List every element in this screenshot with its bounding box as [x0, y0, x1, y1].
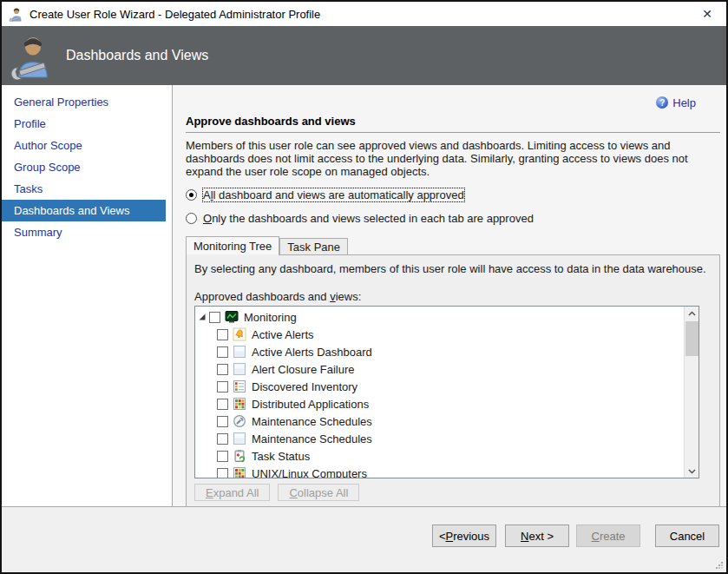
- wizard-page: ? Help Approve dashboards and views Memb…: [173, 85, 726, 506]
- tree-item-task-status[interactable]: Task Status: [195, 447, 684, 465]
- radio-all-approved[interactable]: [186, 189, 197, 201]
- monitoring-icon: [225, 310, 239, 324]
- section-heading: Approve dashboards and views: [186, 115, 720, 128]
- panel-description: By selecting any dashboard, members of t…: [194, 262, 712, 275]
- tree-item-distributed-applications[interactable]: Distributed Applications: [195, 395, 684, 412]
- tree-item-maintenance-schedules[interactable]: Maintenance Schedules: [195, 412, 684, 430]
- section-description: Members of this user role can see approv…: [186, 139, 720, 178]
- nav-item-author-scope[interactable]: Author Scope: [2, 135, 166, 156]
- create-button[interactable]: Create: [576, 525, 640, 547]
- resize-grip[interactable]: [715, 561, 724, 570]
- tree-item-monitoring[interactable]: Monitoring: [195, 308, 684, 326]
- help-link[interactable]: ? Help: [186, 96, 696, 109]
- nav-item-dashboards-and-views[interactable]: Dashboards and Views: [2, 200, 166, 221]
- distributed-apps-icon: [233, 466, 246, 478]
- tree-item-active-alerts-dashboard[interactable]: Active Alerts Dashboard: [195, 343, 684, 360]
- expander-icon[interactable]: [198, 313, 207, 322]
- monitoring-tree-panel: By selecting any dashboard, members of t…: [186, 254, 720, 508]
- tab-strip: Monitoring Tree Task Pane: [186, 236, 720, 254]
- tree-checkbox[interactable]: [217, 329, 228, 340]
- alert-bell-icon: [233, 327, 246, 341]
- wizard-dialog: Create User Role Wizard - Delegated Admi…: [0, 0, 728, 574]
- page-title: Dashboards and Views: [66, 48, 208, 63]
- dashboard-icon: [233, 345, 246, 359]
- wizard-nav: General Properties Profile Author Scope …: [2, 85, 173, 506]
- cancel-button[interactable]: Cancel: [655, 525, 719, 547]
- help-label: Help: [672, 96, 696, 109]
- tree-scrollbar[interactable]: [684, 307, 698, 478]
- tree-item-alert-closure-failure[interactable]: Alert Closure Failure: [195, 360, 684, 378]
- window-title: Create User Role Wizard - Delegated Admi…: [30, 8, 695, 21]
- tree-checkbox[interactable]: [217, 416, 228, 427]
- tree-checkbox[interactable]: [217, 381, 228, 393]
- tree-checkbox[interactable]: [209, 312, 220, 323]
- tree-item-maintenance-schedules-2[interactable]: Maintenance Schedules: [195, 430, 684, 447]
- tree-buttons: Expand All Collapse All: [194, 484, 712, 501]
- nav-item-profile[interactable]: Profile: [2, 113, 166, 135]
- dashboard-icon: [233, 432, 246, 445]
- radio-row-selected-tabs: Only the dashboards and views selected i…: [186, 212, 720, 225]
- nav-item-summary[interactable]: Summary: [2, 221, 166, 243]
- maintenance-icon: [233, 414, 246, 428]
- radio-all-approved-label[interactable]: All dashboard and views are automaticall…: [203, 188, 464, 201]
- tree-item-unix-linux-computers[interactable]: UNIX/Linux Computers: [195, 465, 684, 478]
- tree-checkbox[interactable]: [217, 364, 228, 375]
- collapse-all-button[interactable]: Collapse All: [278, 484, 359, 501]
- dashboards-tab-control: Monitoring Tree Task Pane By selecting a…: [186, 236, 720, 508]
- heading-divider: [186, 132, 720, 133]
- approved-views-tree: Monitoring Active Alerts Active Alerts: [194, 306, 699, 478]
- tab-monitoring-tree[interactable]: Monitoring Tree: [186, 236, 279, 254]
- expand-all-button[interactable]: Expand All: [194, 484, 270, 501]
- scrollbar-down-icon[interactable]: [685, 465, 698, 478]
- tree-checkbox[interactable]: [217, 346, 228, 358]
- user-wrench-banner-icon: [10, 31, 56, 80]
- nav-item-tasks[interactable]: Tasks: [2, 178, 166, 200]
- scrollbar-track[interactable]: [685, 320, 698, 465]
- title-bar: Create User Role Wizard - Delegated Admi…: [2, 2, 726, 26]
- close-icon[interactable]: ✕: [695, 4, 719, 23]
- dashboard-icon: [233, 362, 246, 376]
- tree-checkbox[interactable]: [217, 468, 228, 478]
- radio-selected-tabs[interactable]: [186, 213, 197, 224]
- tree-checkbox[interactable]: [217, 433, 228, 445]
- wizard-banner: Dashboards and Views: [2, 26, 726, 85]
- tree-label: Approved dashboards and views:: [194, 290, 712, 303]
- previous-button[interactable]: < Previous: [432, 525, 496, 547]
- tree-item-discovered-inventory[interactable]: Discovered Inventory: [195, 378, 684, 395]
- user-wrench-icon: [9, 6, 24, 22]
- radio-row-all-approved: All dashboard and views are automaticall…: [186, 188, 720, 201]
- tree-checkbox[interactable]: [217, 451, 228, 462]
- inventory-icon: [233, 379, 246, 393]
- scrollbar-up-icon[interactable]: [685, 307, 698, 320]
- tree-checkbox[interactable]: [217, 399, 228, 410]
- radio-selected-tabs-label[interactable]: Only the dashboards and views selected i…: [203, 212, 534, 225]
- task-status-icon: [233, 449, 246, 463]
- nav-item-general-properties[interactable]: General Properties: [2, 91, 166, 113]
- distributed-apps-icon: [233, 397, 246, 411]
- tab-task-pane[interactable]: Task Pane: [279, 238, 348, 254]
- nav-item-group-scope[interactable]: Group Scope: [2, 156, 166, 178]
- tree-item-active-alerts[interactable]: Active Alerts: [195, 326, 684, 343]
- tree-rows: Monitoring Active Alerts Active Alerts: [195, 307, 684, 478]
- help-icon: ?: [656, 96, 668, 109]
- next-button[interactable]: Next >: [505, 525, 569, 547]
- wizard-footer: < Previous Next > Create Cancel: [2, 506, 726, 572]
- scrollbar-thumb[interactable]: [685, 321, 698, 356]
